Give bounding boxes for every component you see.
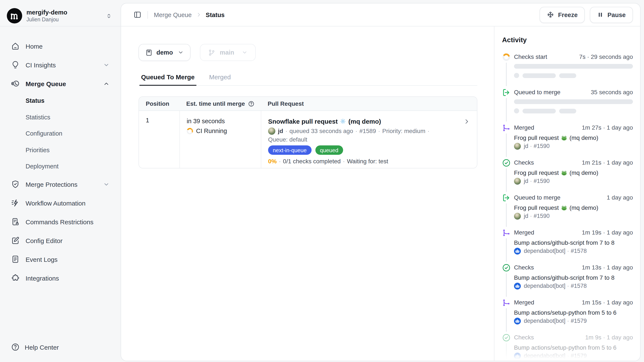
loading-skeleton	[514, 96, 633, 116]
lightbulb-icon	[11, 61, 20, 69]
sidebar-subitem-priorities[interactable]: Priorities	[7, 143, 114, 157]
sidebar-item-config-editor[interactable]: Config Editor	[7, 233, 114, 248]
activity-item[interactable]: Merged 1m 15s · 1 day ago Bump actions/s…	[502, 298, 633, 325]
pencil-square-icon	[11, 236, 20, 245]
file-lock-icon	[11, 217, 20, 226]
pr-title-emoji	[561, 204, 567, 211]
activity-bottom-fade	[495, 350, 640, 361]
label-next-in-queue: next-in-queue	[268, 145, 311, 155]
activity-panel: Activity Checks start	[494, 27, 640, 361]
sidebar-item-commands-restrictions[interactable]: Commands Restrictions	[7, 214, 114, 229]
sidebar-subitem-status[interactable]: Status	[7, 94, 114, 107]
activity-item[interactable]: Checks 1m 21s · 1 day ago Frog pull requ…	[502, 158, 633, 185]
chevron-up-icon	[103, 80, 110, 87]
activity-event-label: Checks start	[514, 53, 547, 61]
activity-event-time: 1 day ago	[607, 193, 633, 202]
activity-item[interactable]: Queued to merge 1 day ago Frog pull requ…	[502, 193, 633, 220]
breadcrumb-merge-queue[interactable]: Merge Queue	[154, 11, 192, 18]
activity-title: Activity	[502, 35, 633, 45]
freeze-button[interactable]: Freeze	[540, 7, 585, 23]
sidebar-item-merge-queue[interactable]: Merge Queue	[7, 76, 114, 91]
activity-event-icon	[502, 333, 510, 342]
sidebar-item-workflow-automation[interactable]: Workflow Automation	[7, 195, 114, 211]
chevron-down-icon	[103, 62, 110, 68]
topbar: Merge Queue Status Freeze Pause	[121, 4, 640, 27]
author-avatar	[514, 143, 521, 150]
sidebar: mergify-demo Julien Danjou Home CI Insig…	[0, 0, 120, 362]
tab-queued-to-merge[interactable]: Queued To Merge	[139, 73, 196, 85]
sidebar-subitem-statistics[interactable]: Statistics	[7, 110, 114, 124]
chevron-down-icon	[103, 181, 110, 187]
row-expand-chevron[interactable]	[463, 118, 470, 125]
workspace-switcher[interactable]: mergify-demo Julien Danjou	[0, 0, 120, 26]
queue-row[interactable]: 1 in 39 seconds CI Running Snowflake pul…	[139, 111, 477, 168]
activity-event-icon	[502, 263, 510, 272]
branch-select[interactable]: main	[200, 44, 256, 61]
help-circle-icon[interactable]	[248, 100, 254, 107]
activity-event-time: 1m 13s · 1 day ago	[582, 263, 633, 272]
activity-item[interactable]: Checks 1m 13s · 1 day ago Bump actions/g…	[502, 263, 633, 290]
pull-request-title[interactable]: Snowflake pull request (mq demo)	[268, 117, 456, 126]
activity-pr-title[interactable]: Frog pull request (mq demo)	[514, 133, 633, 142]
sidebar-subitem-configuration[interactable]: Configuration	[7, 127, 114, 140]
activity-item[interactable]: Queued to merge 35 seconds ago	[502, 88, 633, 116]
queue-row-position: 1	[139, 111, 180, 168]
activity-pr-number: #1590	[534, 212, 550, 220]
puzzle-icon	[11, 274, 20, 282]
tab-merged[interactable]: Merged	[207, 73, 232, 85]
activity-pr-byline: jd · #1590	[514, 212, 633, 220]
activity-event-label: Checks	[514, 263, 534, 272]
pr-title-emoji	[561, 169, 567, 176]
pause-button[interactable]: Pause	[590, 7, 633, 23]
pr-queue: Queue: default	[268, 136, 307, 143]
activity-event-icon	[502, 298, 510, 307]
activity-event-label: Merged	[514, 123, 534, 132]
sidebar-nav: Home CI Insights Merge Queue Status Stat…	[0, 27, 120, 286]
activity-pr-number: #1590	[534, 142, 550, 151]
activity-item[interactable]: Merged 1m 27s · 1 day ago Frog pull requ…	[502, 123, 633, 151]
column-pull-request: Pull Request	[261, 100, 477, 107]
activity-pr-title[interactable]: Frog pull request (mq demo)	[514, 168, 633, 177]
pr-priority: Priority: medium	[382, 128, 425, 134]
activity-pr-title[interactable]: Bump actions/setup-python from 5 to 6	[514, 308, 633, 317]
home-icon	[11, 42, 20, 50]
queue-table-header: Position Est. time until merge Pull Requ…	[139, 97, 477, 111]
activity-author: dependabot[bot]	[524, 247, 565, 255]
activity-pr-byline: jd · #1590	[514, 142, 633, 151]
activity-event-time: 1m 19s · 1 day ago	[582, 228, 633, 237]
activity-event-icon	[502, 229, 510, 237]
help-center-link[interactable]: Help Center	[7, 339, 63, 355]
activity-event-time: 7s · 29 seconds ago	[579, 53, 633, 61]
sidebar-item-integrations[interactable]: Integrations	[7, 270, 114, 286]
sidebar-subitem-deployment[interactable]: Deployment	[7, 159, 114, 173]
chevrons-up-down-icon	[106, 13, 112, 19]
activity-event-time: 35 seconds ago	[591, 88, 633, 96]
activity-pr-title[interactable]: Bump actions/github-script from 7 to 8	[514, 238, 633, 247]
activity-pr-title[interactable]: Frog pull request (mq demo)	[514, 203, 633, 212]
sidebar-toggle-button[interactable]	[131, 9, 143, 21]
activity-item[interactable]: Checks start 7s · 29 seconds ago	[502, 53, 633, 80]
activity-item[interactable]: Merged 1m 19s · 1 day ago Bump actions/g…	[502, 228, 633, 255]
checks-progress: 0%	[268, 158, 276, 165]
sidebar-item-merge-protections[interactable]: Merge Protections	[7, 177, 114, 192]
activity-pr-title[interactable]: Bump actions/github-script from 7 to 8	[514, 273, 633, 282]
activity-event-time: 1m 21s · 1 day ago	[582, 158, 633, 167]
sidebar-item-ci-insights[interactable]: CI Insights	[7, 57, 114, 73]
merge-queue-icon	[11, 79, 20, 88]
activity-author: dependabot[bot]	[524, 317, 565, 325]
label-queued: queued	[315, 145, 343, 155]
pr-number: #1589	[360, 128, 376, 134]
help-circle-icon	[11, 343, 20, 351]
sidebar-item-event-logs[interactable]: Event Logs	[7, 252, 114, 267]
activity-event-time: 1m 27s · 1 day ago	[582, 123, 633, 132]
chevron-right-icon	[196, 12, 202, 18]
activity-event-label: Checks	[514, 158, 534, 167]
branch-value: main	[220, 49, 234, 56]
sidebar-item-home[interactable]: Home	[7, 38, 114, 54]
activity-pr-number: #1590	[534, 177, 550, 185]
repository-select[interactable]: demo	[138, 44, 190, 61]
activity-event-time: 1m 15s · 1 day ago	[582, 298, 633, 306]
activity-author: jd	[524, 212, 528, 220]
author-name: jd	[278, 128, 283, 134]
queue-row-eta: in 39 seconds CI Running	[180, 111, 261, 168]
